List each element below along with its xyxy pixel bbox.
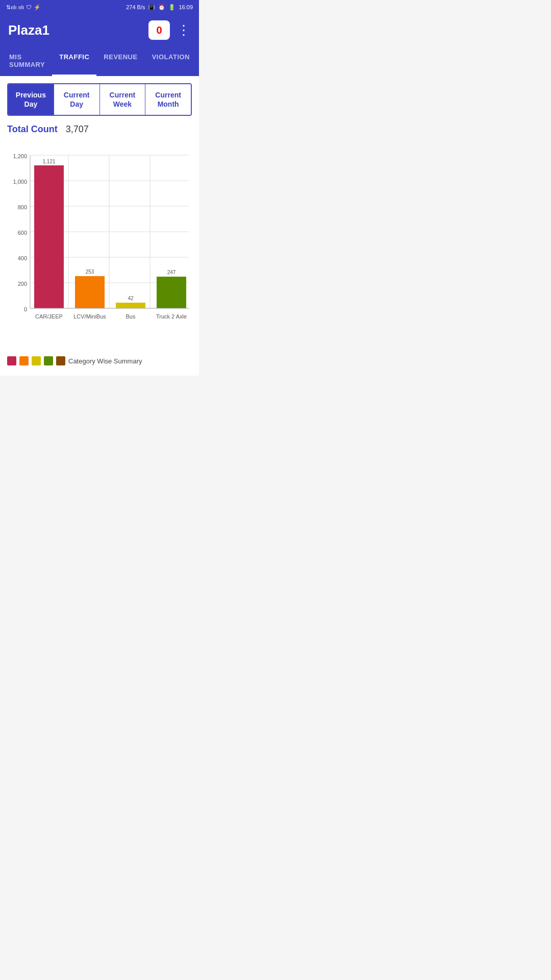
bar-truck-2axle xyxy=(157,277,186,308)
svg-text:800: 800 xyxy=(18,204,27,210)
legend-text: Category Wise Summary xyxy=(68,357,142,365)
svg-text:247: 247 xyxy=(167,270,176,275)
status-right: 274 B/s 📳 ⏰ 🔋 16:09 xyxy=(126,4,193,11)
svg-text:Bus: Bus xyxy=(126,313,136,320)
clock: 16:09 xyxy=(179,4,193,10)
status-bar: ⇅ıılı ıılı 🛡 ⚡ 274 B/s 📳 ⏰ 🔋 16:09 xyxy=(0,0,199,14)
bar-bus xyxy=(116,303,145,308)
status-left: ⇅ıılı ıılı 🛡 ⚡ xyxy=(6,4,41,11)
vibrate-icon: 📳 xyxy=(148,4,155,11)
notification-badge[interactable]: 0 xyxy=(148,20,170,40)
total-count-row: Total Count 3,707 xyxy=(7,124,192,135)
legend-swatch-bus xyxy=(32,356,41,365)
chart-svg: 1,200 1,000 800 600 400 200 0 1,121 xyxy=(7,144,192,348)
legend-swatch-extra xyxy=(56,356,65,365)
usb-icon: ⚡ xyxy=(34,4,41,11)
top-bar-actions: 0 ⋮ xyxy=(148,20,191,40)
total-count-label: Total Count xyxy=(7,124,58,135)
main-content: PreviousDay CurrentDay CurrentWeek Curre… xyxy=(0,76,199,376)
svg-text:200: 200 xyxy=(18,281,27,287)
tab-current-week[interactable]: CurrentWeek xyxy=(100,84,146,115)
svg-text:LCV/MiniBus: LCV/MiniBus xyxy=(73,313,106,320)
svg-text:0: 0 xyxy=(24,306,27,312)
app-title: Plaza1 xyxy=(8,22,49,38)
bar-lcv-minibus xyxy=(75,276,105,308)
battery-icon: 🔋 xyxy=(168,4,176,11)
signal-icon: ⇅ıılı ıılı xyxy=(6,4,24,11)
svg-text:Truck 2 Axle: Truck 2 Axle xyxy=(156,313,187,320)
svg-text:42: 42 xyxy=(128,296,134,301)
bar-car-jeep xyxy=(34,165,64,308)
tab-current-day[interactable]: CurrentDay xyxy=(54,84,100,115)
svg-text:253: 253 xyxy=(86,269,94,275)
svg-text:1,000: 1,000 xyxy=(13,179,27,185)
legend-swatch-lcv xyxy=(19,356,29,365)
svg-text:1,200: 1,200 xyxy=(13,153,27,159)
main-tab-bar: MIS SUMMARY TRAFFIC REVENUE VIOLATION xyxy=(0,46,199,76)
alarm-icon: ⏰ xyxy=(158,4,165,11)
tab-previous-day[interactable]: PreviousDay xyxy=(8,84,54,115)
more-options-icon[interactable]: ⋮ xyxy=(177,22,191,38)
svg-text:CAR/JEEP: CAR/JEEP xyxy=(35,313,63,320)
legend-swatch-truck2 xyxy=(44,356,53,365)
svg-text:1,121: 1,121 xyxy=(42,159,55,164)
legend-swatch-car xyxy=(7,356,16,365)
top-bar: Plaza1 0 ⋮ xyxy=(0,14,199,46)
tab-current-month[interactable]: CurrentMonth xyxy=(145,84,191,115)
period-tab-bar: PreviousDay CurrentDay CurrentWeek Curre… xyxy=(7,83,192,116)
bar-chart: 1,200 1,000 800 600 400 200 0 1,121 xyxy=(7,144,192,348)
chart-legend: Category Wise Summary xyxy=(7,356,192,365)
total-count-value: 3,707 xyxy=(66,124,89,135)
data-speed: 274 B/s xyxy=(126,4,145,10)
shield-icon: 🛡 xyxy=(26,4,32,10)
svg-text:600: 600 xyxy=(18,230,27,236)
tab-traffic[interactable]: TRAFFIC xyxy=(52,46,96,75)
tab-revenue[interactable]: REVENUE xyxy=(96,46,144,75)
svg-text:400: 400 xyxy=(18,255,27,261)
tab-violation[interactable]: VIOLATION xyxy=(145,46,197,75)
tab-mis-summary[interactable]: MIS SUMMARY xyxy=(2,46,52,75)
